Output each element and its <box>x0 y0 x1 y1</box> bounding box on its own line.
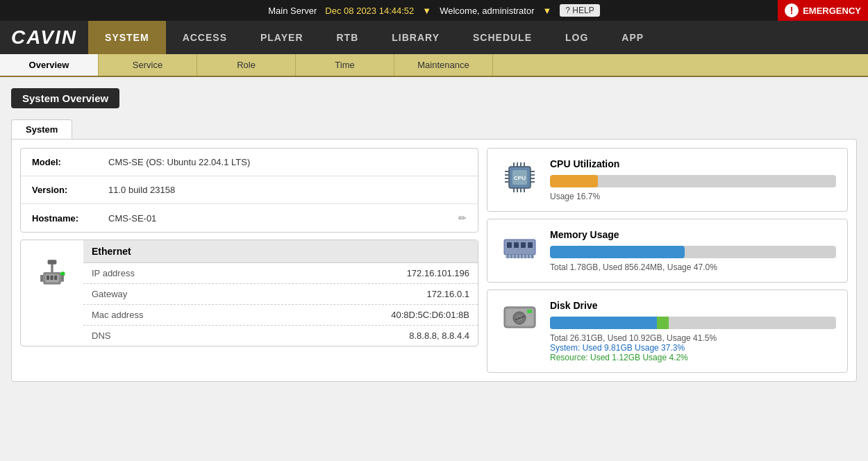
sub-nav: Overview Service Role Time Maintenance <box>0 54 868 77</box>
network-dns-row: DNS 8.8.8.8, 8.8.4.4 <box>83 326 478 346</box>
gateway-label: Gateway <box>92 289 427 299</box>
tab-system[interactable]: System <box>11 119 72 139</box>
nav-schedule[interactable]: SCHEDULE <box>456 21 549 54</box>
svg-rect-6 <box>48 260 57 264</box>
network-ip-row: IP address 172.16.101.196 <box>83 263 478 284</box>
subnav-maintenance[interactable]: Maintenance <box>394 54 493 76</box>
memory-icon <box>501 229 539 264</box>
network-section: Ethernet IP address 172.16.101.196 Gatew… <box>20 240 478 346</box>
disk-progress-resource <box>657 317 669 329</box>
svg-rect-41 <box>528 255 530 258</box>
cpu-title: CPU Utilization <box>550 158 836 169</box>
nav-rtb[interactable]: RTB <box>320 21 376 54</box>
memory-progress-fill <box>550 246 685 258</box>
nav-access[interactable]: ACCESS <box>166 21 244 54</box>
cpu-progress-bg <box>550 175 836 187</box>
cpu-card: CPU CPU Utilization Usage 16.7% <box>487 148 848 212</box>
emergency-button[interactable]: ! EMERGENCY <box>778 0 868 21</box>
tab-container: System Model: CMS-SE (OS: Ubuntu 22.04.1… <box>11 119 857 382</box>
memory-content: Memory Usage Total 1.78GB, Used 856.24MB… <box>550 229 836 272</box>
svg-rect-9 <box>61 275 64 282</box>
svg-rect-36 <box>510 255 512 258</box>
ethernet-icon <box>32 251 72 293</box>
ip-value: 172.16.101.196 <box>407 268 469 278</box>
cpu-detail: Usage 16.7% <box>550 192 836 201</box>
svg-rect-39 <box>521 255 523 258</box>
version-value: 11.0 build 23158 <box>108 185 467 195</box>
cpu-icon: CPU <box>501 158 539 196</box>
ip-label: IP address <box>92 268 407 278</box>
svg-rect-37 <box>514 255 516 258</box>
logo: CAVIN <box>11 26 77 49</box>
page-content: System Overview System Model: CMS-SE (OS… <box>0 77 868 393</box>
memory-title: Memory Usage <box>550 229 836 240</box>
svg-rect-4 <box>54 276 57 280</box>
svg-rect-30 <box>507 242 512 248</box>
hostname-label: Hostname: <box>32 213 108 224</box>
disk-progress-bg <box>550 317 836 329</box>
datetime-dropdown[interactable]: ▼ <box>422 6 431 16</box>
welcome-text: Welcome, administrator <box>440 6 534 16</box>
nav-library[interactable]: LIBRARY <box>375 21 456 54</box>
network-inner: Ethernet IP address 172.16.101.196 Gatew… <box>21 240 478 346</box>
nav-player[interactable]: PLAYER <box>244 21 320 54</box>
server-name: Main Server <box>268 6 317 16</box>
dns-label: DNS <box>92 330 409 341</box>
help-button[interactable]: ? HELP <box>560 4 599 17</box>
model-label: Model: <box>32 157 108 167</box>
svg-rect-31 <box>514 242 519 248</box>
subnav-service[interactable]: Service <box>99 54 197 76</box>
subnav-overview[interactable]: Overview <box>0 54 99 76</box>
subnav-role[interactable]: Role <box>197 54 296 76</box>
memory-icon-area <box>499 229 540 264</box>
svg-rect-32 <box>521 242 526 248</box>
disk-progress-system <box>550 317 657 329</box>
main-panel: Model: CMS-SE (OS: Ubuntu 22.04.1 LTS) V… <box>11 139 857 382</box>
memory-detail: Total 1.78GB, Used 856.24MB, Usage 47.0% <box>550 262 836 272</box>
svg-rect-2 <box>47 276 49 280</box>
sys-info: Model: CMS-SE (OS: Ubuntu 22.04.1 LTS) V… <box>20 148 478 233</box>
svg-text:CPU: CPU <box>514 175 526 181</box>
left-col: Model: CMS-SE (OS: Ubuntu 22.04.1 LTS) V… <box>20 148 478 373</box>
disk-content: Disk Drive Total 26.31GB, Used 10.92GB, … <box>550 300 836 362</box>
network-icon-area <box>21 240 83 304</box>
disk-icon-area <box>499 300 540 335</box>
sys-model-row: Model: CMS-SE (OS: Ubuntu 22.04.1 LTS) <box>21 149 478 176</box>
mac-value: 40:8D:5C:D6:01:8B <box>391 310 469 320</box>
section-title: System Overview <box>11 88 119 108</box>
edit-hostname-icon[interactable]: ✏ <box>458 212 467 224</box>
network-details: Ethernet IP address 172.16.101.196 Gatew… <box>83 240 478 346</box>
disk-detail: Total 26.31GB, Used 10.92GB, Usage 41.5% <box>550 333 836 343</box>
cpu-icon-area: CPU <box>499 158 540 196</box>
svg-rect-33 <box>528 242 533 248</box>
disk-icon <box>501 300 539 335</box>
svg-rect-3 <box>51 276 53 280</box>
svg-rect-42 <box>531 255 533 258</box>
model-value: CMS-SE (OS: Ubuntu 22.04.1 LTS) <box>108 157 467 167</box>
main-nav: CAVIN SYSTEM ACCESS PLAYER RTB LIBRARY S… <box>0 21 868 54</box>
network-mac-row: Mac address 40:8D:5C:D6:01:8B <box>83 305 478 326</box>
logo-area: CAVIN <box>0 21 88 54</box>
svg-rect-48 <box>527 310 532 313</box>
nav-app[interactable]: APP <box>605 21 660 54</box>
emergency-label: EMERGENCY <box>803 6 861 16</box>
network-gateway-row: Gateway 172.16.0.1 <box>83 284 478 305</box>
top-bar: Main Server Dec 08 2023 14:44:52 ▼ Welco… <box>0 0 868 21</box>
svg-rect-40 <box>524 255 526 258</box>
memory-card: Memory Usage Total 1.78GB, Used 856.24MB… <box>487 219 848 283</box>
subnav-time[interactable]: Time <box>296 54 394 76</box>
disk-title: Disk Drive <box>550 300 836 311</box>
disk-card: Disk Drive Total 26.31GB, Used 10.92GB, … <box>487 290 848 373</box>
mac-label: Mac address <box>92 310 391 320</box>
svg-rect-8 <box>40 275 43 282</box>
welcome-dropdown[interactable]: ▼ <box>542 6 551 16</box>
nav-system[interactable]: SYSTEM <box>88 21 166 54</box>
disk-system-detail: System: Used 9.81GB Usage 37.3% <box>550 343 836 353</box>
hostname-value: CMS-SE-01 <box>108 213 458 224</box>
right-col: CPU CPU Utilization Usage 16.7% <box>487 148 848 373</box>
dns-value: 8.8.8.8, 8.8.4.4 <box>409 330 469 341</box>
tab-header: System <box>11 119 857 139</box>
datetime: Dec 08 2023 14:44:52 <box>325 6 414 16</box>
svg-rect-35 <box>507 255 509 258</box>
nav-log[interactable]: LOG <box>549 21 605 54</box>
